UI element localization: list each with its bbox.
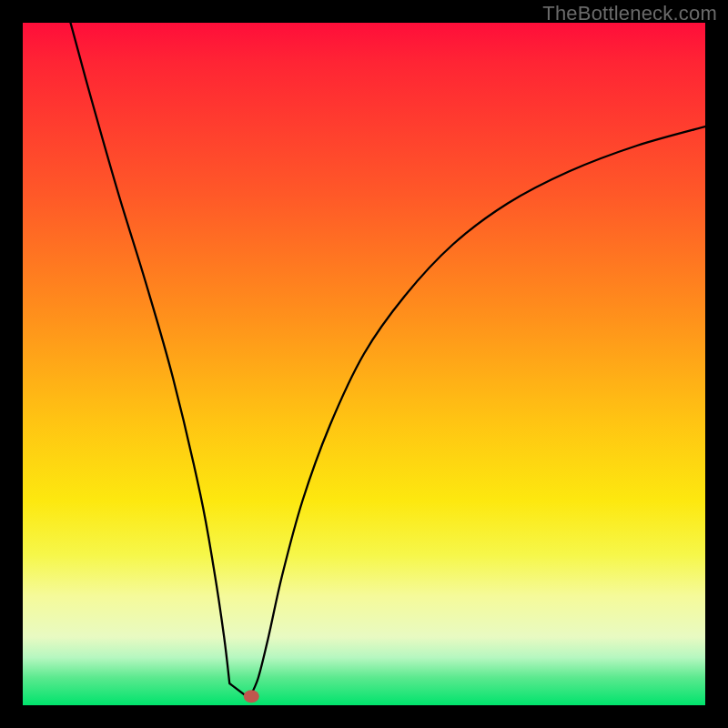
chart-frame: TheBottleneck.com: [0, 0, 728, 728]
plot-area: [23, 23, 705, 705]
bottleneck-curve: [71, 23, 706, 699]
optimum-marker-icon: [244, 690, 259, 703]
watermark-text: TheBottleneck.com: [542, 2, 717, 25]
curve-layer: [23, 23, 705, 705]
